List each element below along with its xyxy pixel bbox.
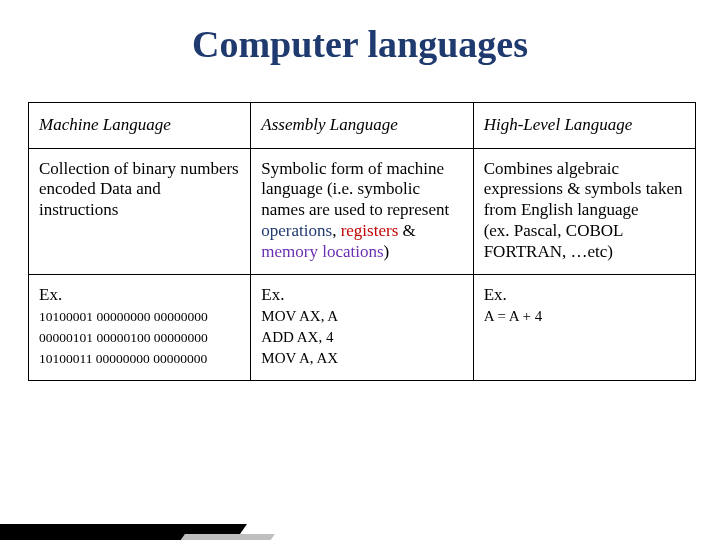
sep: & <box>398 221 415 240</box>
desc-highlevel: Combines algebraic expressions & symbols… <box>473 148 695 275</box>
page-title: Computer languages <box>0 0 720 102</box>
example-label: Ex. <box>39 285 240 306</box>
table-row: Collection of binary numbers encoded Dat… <box>29 148 696 275</box>
desc-machine: Collection of binary numbers encoded Dat… <box>29 148 251 275</box>
example-label: Ex. <box>484 285 685 306</box>
slide-decor <box>0 498 300 540</box>
decor-bar-light <box>175 534 275 540</box>
example-highlevel-code: A = A + 4 <box>484 308 543 324</box>
desc-assembly-post: ) <box>384 242 390 261</box>
decor-bar-dark <box>0 524 247 540</box>
desc-assembly: Symbolic form of machine language (i.e. … <box>251 148 473 275</box>
example-label: Ex. <box>261 285 462 306</box>
sep: , <box>332 221 341 240</box>
table-row: Machine Language Assembly Language High-… <box>29 103 696 149</box>
highlight-operations: operations <box>261 221 332 240</box>
header-assembly: Assembly Language <box>251 103 473 149</box>
example-machine: Ex. 10100001 00000000 00000000 00000101 … <box>29 275 251 381</box>
highlight-memory-locations: memory locations <box>261 242 383 261</box>
example-highlevel: Ex. A = A + 4 <box>473 275 695 381</box>
languages-table: Machine Language Assembly Language High-… <box>28 102 696 381</box>
example-assembly: Ex. MOV AX, A ADD AX, 4 MOV A, AX <box>251 275 473 381</box>
desc-assembly-pre: Symbolic form of machine language (i.e. … <box>261 159 449 219</box>
header-machine: Machine Language <box>29 103 251 149</box>
header-highlevel: High-Level Language <box>473 103 695 149</box>
table-row: Ex. 10100001 00000000 00000000 00000101 … <box>29 275 696 381</box>
highlight-registers: registers <box>341 221 399 240</box>
example-machine-code: 10100001 00000000 00000000 00000101 0000… <box>39 309 208 365</box>
example-assembly-code: MOV AX, A ADD AX, 4 MOV A, AX <box>261 308 338 365</box>
